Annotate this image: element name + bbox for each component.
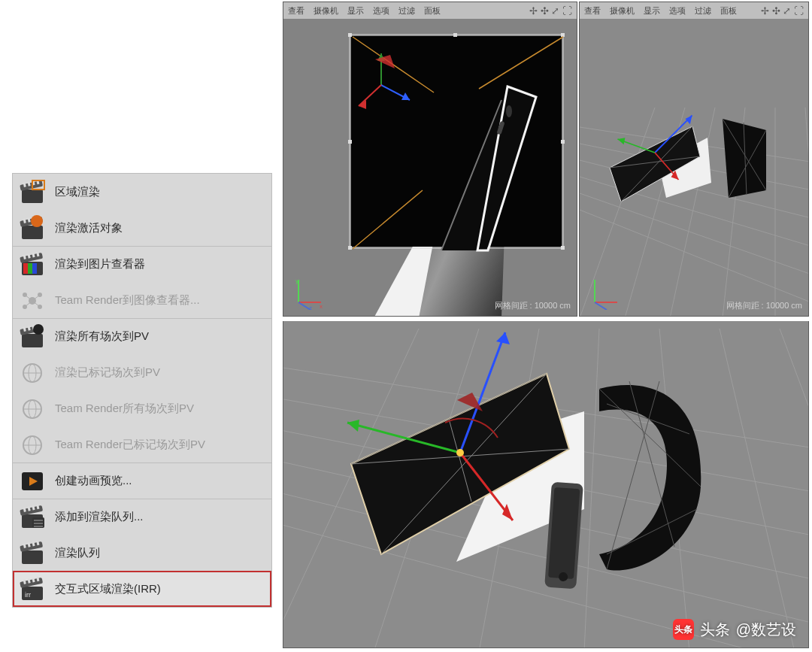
svg-rect-22 (32, 263, 37, 274)
play-icon (19, 468, 46, 495)
watermark: 头条 头条 @数艺设 (673, 619, 796, 640)
watermark-prefix: 头条 (700, 620, 730, 640)
menu-item-label: Team Render已标记场次到PV (55, 438, 205, 452)
menu-item-5: 渲染已标记场次到PV (13, 354, 271, 390)
menu-item-label: 渲染已标记场次到PV (55, 365, 160, 380)
svg-rect-15 (20, 252, 43, 262)
svg-point-136 (456, 449, 464, 456)
menu-item-4[interactable]: 渲染所有场次到PV (13, 318, 271, 354)
menu-item-7: Team Render已标记场次到PV (13, 426, 271, 462)
svg-text:y: y (295, 277, 298, 284)
menu-item-label: 渲染所有场次到PV (55, 329, 149, 344)
svg-point-13 (31, 215, 43, 227)
svg-rect-81 (348, 140, 352, 144)
menu-item-2[interactable]: 渲染到图片查看器 (13, 246, 271, 282)
clap-frame-icon (19, 179, 46, 206)
clap-color-icon (19, 251, 46, 278)
svg-rect-80 (561, 33, 565, 37)
clap-dot-icon (19, 215, 46, 242)
viewport-bottom[interactable]: 头条 头条 @数艺设 (283, 321, 809, 648)
team-icon (19, 287, 46, 314)
axis-gizmo-icon: y x z (291, 275, 326, 310)
svg-rect-51 (20, 505, 43, 515)
menu-item-label: 创建动画预览... (55, 474, 132, 488)
globe-icon (19, 432, 46, 459)
svg-rect-82 (561, 140, 565, 144)
menu-item-label: 渲染激活对象 (55, 221, 123, 235)
menu-item-label: 添加到渲染队列... (55, 510, 144, 524)
menu-item-11[interactable]: irr交互式区域渲染(IRR) (13, 571, 271, 607)
svg-rect-83 (348, 246, 352, 250)
queue-icon (19, 504, 46, 531)
svg-line-119 (595, 302, 607, 310)
watermark-handle: @数艺设 (736, 620, 796, 640)
svg-rect-85 (561, 246, 565, 250)
toutiao-logo-icon: 头条 (673, 619, 694, 640)
axis-gizmo-icon (587, 275, 622, 310)
menu-item-0[interactable]: 区域渲染 (13, 174, 271, 210)
menu-item-3: Team Render到图像查看器... (13, 282, 271, 318)
menu-item-label: 区域渲染 (55, 185, 100, 199)
svg-text:irr: irr (25, 591, 31, 599)
svg-text:z: z (309, 305, 312, 310)
grid-info: 网格间距 : 10000 cm (495, 300, 571, 311)
svg-marker-107 (723, 119, 766, 198)
viewport-top-right[interactable]: 查看摄像机显示选项过滤面板✢ ✣ ⤢ ⛶ 透视视图 网格间 (579, 2, 809, 317)
menu-item-9[interactable]: 添加到渲染队列... (13, 499, 271, 535)
clap-dark-icon (19, 323, 46, 350)
menu-item-8[interactable]: 创建动画预览... (13, 462, 271, 499)
svg-point-38 (33, 324, 44, 335)
svg-rect-61 (20, 541, 43, 551)
svg-rect-20 (23, 263, 28, 274)
render-menu: 区域渲染渲染激活对象渲染到图片查看器Team Render到图像查看器...渲染… (12, 173, 272, 608)
svg-rect-21 (28, 263, 32, 274)
menu-item-1[interactable]: 渲染激活对象 (13, 210, 271, 246)
viewport-scene (580, 2, 808, 316)
grid-info: 网格间距 : 10000 cm (726, 300, 802, 311)
svg-rect-79 (453, 33, 457, 37)
menu-item-label: 渲染队列 (55, 546, 100, 560)
svg-rect-32 (22, 334, 43, 347)
menu-item-label: 交互式区域渲染(IRR) (55, 582, 161, 596)
viewport-top-left[interactable]: 查看摄像机显示选项过滤面板✢ ✣ ⤢ ⛶ 透视视图 (283, 2, 577, 317)
svg-rect-67 (20, 577, 43, 587)
globe-icon (19, 396, 46, 423)
clap-icon (19, 540, 46, 567)
svg-point-87 (506, 105, 512, 117)
svg-text:x: x (320, 303, 323, 310)
menu-item-6: Team Render所有场次到PV (13, 390, 271, 426)
viewport-scene (283, 2, 577, 316)
svg-rect-60 (22, 550, 43, 564)
clap-irr-icon: irr (19, 576, 46, 603)
svg-rect-7 (22, 226, 43, 239)
menu-item-label: Team Render到图像查看器... (55, 293, 200, 308)
viewport-scene (283, 321, 808, 647)
svg-rect-78 (348, 33, 352, 37)
menu-item-label: Team Render所有场次到PV (55, 402, 194, 416)
menu-item-label: 渲染到图片查看器 (55, 257, 145, 271)
globe-icon (19, 359, 46, 387)
svg-rect-0 (22, 190, 43, 203)
menu-item-10[interactable]: 渲染队列 (13, 535, 271, 571)
